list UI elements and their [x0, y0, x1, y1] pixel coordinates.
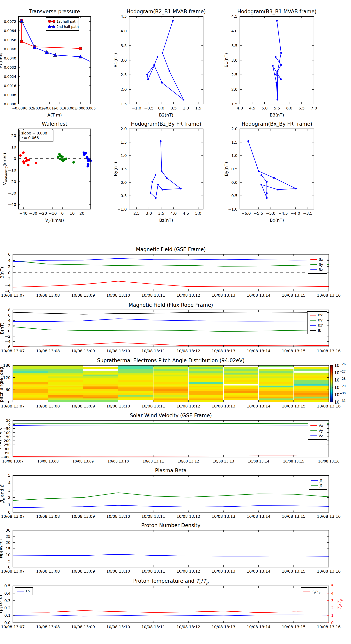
proton-number-density-ytick: 10: [6, 552, 10, 557]
proton-number-density-ytick: 0: [8, 565, 10, 570]
mag-fr-ytick: −4: [5, 339, 10, 344]
plasma-beta-ytick: 4: [8, 480, 10, 485]
mag-fr-ylabel: B(nT): [0, 322, 4, 334]
hodogram-bxby-xtick: −4.5: [278, 211, 288, 216]
hodogram-bxby-ytick: 2.0: [231, 126, 238, 131]
series-Bx': [13, 342, 329, 346]
transverse-pressure-title: Transverse pressure: [29, 8, 80, 14]
mag-gse-title: Magnetic Field (GSE Frame): [136, 246, 206, 252]
point-marker: [52, 20, 55, 23]
hodogram-bzby-chart: Hodogram(Bz_By FR frame)2.53.03.54.04.55…: [113, 121, 203, 223]
proton-temperature-right-ytick: 2: [331, 606, 334, 610]
heatmap-cell: [118, 386, 153, 388]
heatmap-cell: [48, 371, 83, 373]
series-Bx: [13, 281, 329, 287]
heatmap-cell: [224, 382, 258, 384]
walen-test-xtick: −40: [19, 211, 27, 216]
heatmap-cell: [153, 380, 188, 382]
heatmap-cell: [13, 398, 48, 400]
point-marker: [65, 158, 67, 160]
colorbar-tick: 10−27: [334, 370, 346, 375]
heatmap-cell: [189, 376, 223, 378]
heatmap-cell: [13, 376, 48, 378]
heatmap-cell: [83, 394, 118, 396]
mag-gse-ytick: 4: [8, 258, 10, 263]
heatmap-cell: [83, 367, 118, 369]
mag-fr-ytick: 8: [8, 308, 10, 312]
heatmap-cell: [118, 369, 153, 371]
hodogram-b2b1-title: Hodogram(B2_B1 MVAB frame): [127, 8, 206, 14]
heatmap-cell: [153, 367, 188, 369]
proton-temperature-xtick: 10/08 13:14: [247, 624, 271, 629]
walen-test-ytick: 0: [14, 156, 16, 161]
heatmap-cell: [118, 382, 153, 384]
plasma-beta-ytick: 2: [8, 495, 10, 500]
hodogram-bxby-ytick: 1.5: [231, 140, 238, 144]
mag-fr-ytick: −6: [5, 344, 10, 349]
heatmap-cell: [13, 386, 48, 388]
hodogram-b3b1-ylabel: B1(nT): [224, 53, 229, 68]
hodogram-bzby-ytick: 0.5: [120, 167, 127, 171]
proton-number-density-xtick: 10/08 13:12: [176, 569, 200, 574]
proton-number-density-xtick: 10/08 13:16: [317, 569, 341, 574]
series-Bz_By path: [151, 141, 181, 198]
proton-temperature-ylabel: Tp(106K): [0, 595, 3, 614]
heatmap-cell: [189, 369, 223, 371]
heatmap-cell: [294, 389, 329, 391]
heatmap-cell: [153, 386, 188, 388]
walen-test-ytick: −10: [8, 168, 16, 172]
heatmap-cell: [189, 367, 223, 369]
heatmap-cell: [224, 388, 258, 389]
heatmap-cell: [48, 380, 83, 382]
hodogram-bzby-xtick: 3.5: [158, 211, 164, 216]
point-marker: [84, 152, 87, 154]
proton-temperature-xtick: 10/08 13:07: [1, 624, 25, 629]
heatmap-cell: [153, 382, 188, 384]
hodogram-bxby-title: Hodogram(Bx_By FR frame): [242, 121, 312, 127]
hodogram-b2b1-xtick: 0.5: [170, 106, 177, 110]
transverse-pressure-ytick: 0.0056: [4, 38, 16, 42]
walen-test-ytick: 20: [11, 133, 16, 138]
proton-number-density-xtick: 10/08 13:10: [106, 569, 130, 574]
heatmap-cell: [294, 398, 329, 400]
mag-fr-ytick: 4: [8, 318, 10, 323]
hodogram-bzby-ytick: 1.0: [120, 153, 127, 158]
heatmap-cell: [224, 393, 258, 395]
heatmap-cell: [224, 389, 258, 391]
transverse-pressure-legend-label: 2nd half path: [56, 25, 79, 29]
series-Vy: [13, 424, 329, 424]
heatmap-cell: [153, 396, 188, 398]
mag-gse-legend-label: By: [319, 262, 323, 266]
hodogram-b2b1-ytick: 4.0: [120, 29, 127, 33]
proton-number-density-xtick: 10/08 13:13: [212, 569, 235, 574]
mag-gse-xtick: 10/08 13:14: [247, 293, 271, 298]
solar-wind-velocity-xtick: 10/08 13:16: [318, 459, 339, 463]
heatmap-cell: [83, 378, 118, 380]
heatmap-cell: [48, 367, 83, 369]
proton-number-density-ytick: 25: [6, 534, 10, 539]
walen-test-ytick: −20: [8, 179, 16, 184]
heatmap-cell: [153, 389, 188, 391]
heatmap-cell: [153, 378, 188, 380]
heatmap-cell: [259, 384, 294, 386]
walen-test-xtick: −30: [29, 211, 37, 216]
mag-fr-legend-label: Bz': [318, 323, 323, 327]
heatmap-cell: [224, 380, 258, 382]
pad-heatmap-xtick: 10/08 13:15: [282, 404, 306, 408]
solar-wind-velocity-legend-label: Vx: [319, 424, 323, 428]
mag-fr-xtick: 10/08 13:11: [141, 348, 165, 353]
proton-number-density-title: Proton Number Density: [141, 522, 200, 528]
point-marker: [261, 174, 262, 176]
point-marker: [22, 152, 25, 154]
heatmap-cell: [189, 384, 223, 386]
heatmap-cell: [118, 384, 153, 386]
heatmap-cell: [189, 396, 223, 398]
heatmap-cell: [224, 371, 258, 373]
pad-heatmap-xtick: 10/08 13:08: [36, 404, 60, 408]
plasma-beta-xtick: 10/08 13:08: [36, 514, 60, 519]
heatmap-cell: [83, 391, 118, 393]
point-marker: [157, 184, 159, 186]
hodogram-b2b1-xtick: 1.5: [195, 106, 201, 110]
heatmap-cell: [189, 382, 223, 384]
heatmap-cell: [48, 374, 83, 376]
